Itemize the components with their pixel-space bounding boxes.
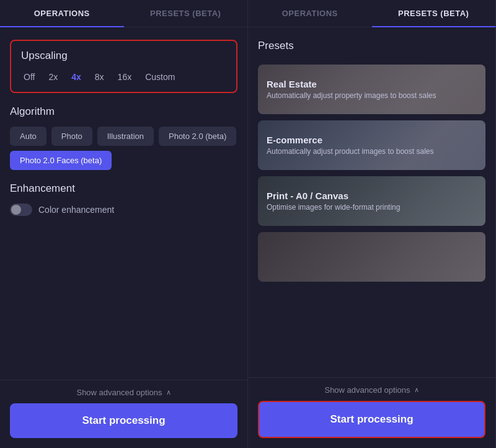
preset-print-desc: Optimise images for wide-format printing: [267, 203, 477, 212]
preset-real-estate-info: Real Estate Automatically adjust propert…: [258, 65, 485, 114]
left-show-advanced[interactable]: Show advanced options ∧: [10, 388, 237, 397]
scale-16x[interactable]: 16x: [115, 71, 135, 83]
right-show-advanced[interactable]: Show advanced options ∧: [258, 385, 485, 395]
right-start-processing-button[interactable]: Start processing: [258, 401, 485, 438]
left-chevron-up-icon: ∧: [166, 388, 171, 396]
right-tab-presets[interactable]: PRESETS (BETA): [372, 0, 496, 27]
algo-illustration[interactable]: Illustration: [97, 127, 154, 146]
preset-real-estate[interactable]: Real Estate Automatically adjust propert…: [258, 65, 485, 114]
preset-print[interactable]: Print - A0 / Canvas Optimise images for …: [258, 176, 485, 226]
color-enhancement-label: Color enhancement: [38, 205, 114, 215]
algorithm-section: Algorithm Auto Photo Illustration Photo …: [10, 105, 237, 170]
algorithm-title: Algorithm: [10, 105, 237, 118]
left-tab-presets[interactable]: PRESETS (BETA): [124, 0, 248, 27]
left-panel-bottom: Show advanced options ∧ Start processing: [0, 380, 247, 448]
right-tab-operations[interactable]: OPERATIONS: [248, 0, 372, 27]
presets-title: Presets: [258, 40, 485, 52]
preset-real-estate-name: Real Estate: [267, 79, 477, 89]
preset-ecommerce-info: E-commerce Automatically adjust product …: [258, 120, 485, 170]
right-panel-bottom: Show advanced options ∧ Start processing: [248, 377, 495, 448]
scale-8x[interactable]: 8x: [92, 71, 107, 83]
algo-photo2[interactable]: Photo 2.0 (beta): [159, 127, 236, 146]
scale-off[interactable]: Off: [21, 71, 37, 83]
right-chevron-up-icon: ∧: [414, 386, 419, 394]
scale-options: Off 2x 4x 8x 16x Custom: [21, 71, 226, 83]
algo-auto[interactable]: Auto: [10, 127, 46, 146]
left-tab-operations[interactable]: OPERATIONS: [0, 0, 124, 27]
scale-custom[interactable]: Custom: [143, 71, 177, 83]
scale-4x[interactable]: 4x: [69, 71, 84, 83]
left-panel-content: Upscaling Off 2x 4x 8x 16x Custom Algori…: [0, 27, 247, 380]
preset-fourth[interactable]: [258, 232, 485, 282]
scale-2x[interactable]: 2x: [46, 71, 60, 83]
preset-ecommerce-name: E-commerce: [267, 135, 477, 145]
left-tabs: OPERATIONS PRESETS (BETA): [0, 0, 247, 27]
preset-fourth-info: [258, 232, 485, 282]
algo-photo[interactable]: Photo: [51, 127, 92, 146]
preset-ecommerce[interactable]: E-commerce Automatically adjust product …: [258, 120, 485, 170]
presets-list: Real Estate Automatically adjust propert…: [258, 65, 485, 282]
upscaling-title: Upscaling: [21, 50, 226, 62]
left-start-processing-button[interactable]: Start processing: [10, 403, 237, 438]
preset-real-estate-desc: Automatically adjust property images to …: [267, 91, 477, 100]
left-panel: OPERATIONS PRESETS (BETA) Upscaling Off …: [0, 0, 248, 448]
color-enhancement-row: Color enhancement: [10, 204, 237, 216]
enhancement-section: Enhancement Color enhancement: [10, 182, 237, 216]
right-tabs: OPERATIONS PRESETS (BETA): [248, 0, 495, 27]
preset-print-name: Print - A0 / Canvas: [267, 190, 477, 201]
upscaling-section: Upscaling Off 2x 4x 8x 16x Custom: [10, 40, 237, 93]
right-panel-content: Presets Real Estate Automatically adjust…: [248, 27, 495, 377]
enhancement-title: Enhancement: [10, 182, 237, 195]
algorithm-buttons: Auto Photo Illustration Photo 2.0 (beta)…: [10, 127, 237, 170]
right-panel: OPERATIONS PRESETS (BETA) Presets Real E…: [248, 0, 496, 448]
color-enhancement-toggle[interactable]: [10, 204, 32, 216]
algo-photo2-faces[interactable]: Photo 2.0 Faces (beta): [10, 151, 112, 170]
preset-ecommerce-desc: Automatically adjust product images to b…: [267, 147, 477, 156]
preset-print-info: Print - A0 / Canvas Optimise images for …: [258, 176, 485, 226]
